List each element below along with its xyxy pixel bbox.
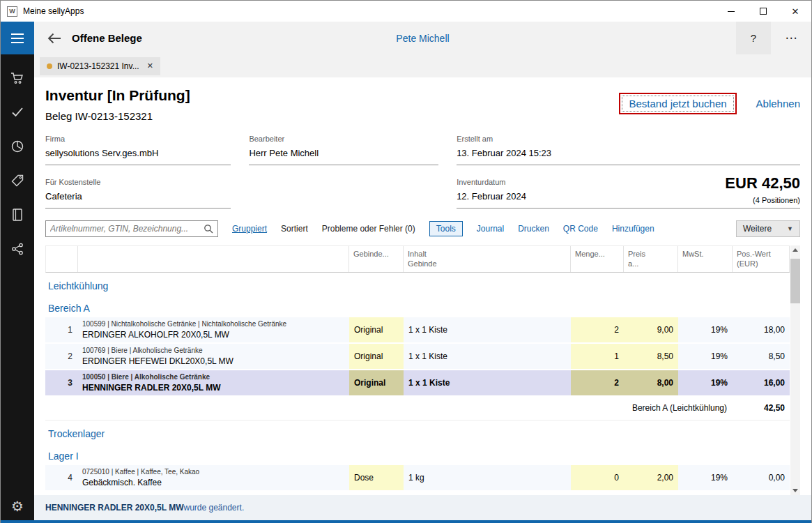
maximize-button[interactable] <box>747 1 779 22</box>
col-header-wert[interactable]: Pos.-Wert (EUR) <box>733 246 790 272</box>
col-header-empty <box>46 246 78 272</box>
col-header-gebinde[interactable]: Gebinde... <box>349 246 404 272</box>
print-link[interactable]: Drucken <box>518 224 549 234</box>
cell-mwst: 19% <box>678 465 733 490</box>
col-header-mwst[interactable]: MwSt. <box>678 246 733 272</box>
cell-menge[interactable]: 0 <box>571 465 624 490</box>
journal-link[interactable]: Journal <box>477 224 504 234</box>
gear-icon: ⚙ <box>11 499 24 513</box>
search-input[interactable] <box>46 224 204 234</box>
book-icon <box>11 208 24 222</box>
sidebar-item-cart[interactable] <box>8 70 26 86</box>
table-row-selected[interactable]: 3 100050 | Biere | Alkoholische Getränke… <box>45 370 790 397</box>
tools-button[interactable]: Tools <box>429 221 463 236</box>
field-value: Cafeteria <box>45 191 231 202</box>
cell-inhalt: 1 x 1 Kiste <box>404 370 571 395</box>
help-icon: ? <box>751 32 756 44</box>
minimize-button[interactable] <box>715 1 747 22</box>
status-article-name: HENNINGER RADLER 20X0,5L MW <box>45 503 183 513</box>
cell-menge[interactable]: 1 <box>571 344 624 369</box>
article-cell: 100599 | Nichtalkoholische Getränke | Ni… <box>77 317 349 342</box>
tabbar: IW-0213-152321 Inv... ✕ <box>34 54 811 77</box>
article-cell: 100050 | Biere | Alkoholische Getränke H… <box>77 370 349 395</box>
sidebar-item-prices[interactable] <box>8 172 26 189</box>
sidebar-item-statistics[interactable] <box>8 138 26 155</box>
tag-icon <box>10 174 24 188</box>
article-meta: 100599 | Nichtalkoholische Getränke | Ni… <box>82 320 286 328</box>
row-number: 3 <box>45 370 77 395</box>
book-stock-button[interactable]: Bestand jetzt buchen <box>619 93 736 114</box>
group-header-zone[interactable]: Trockenlager <box>45 420 790 443</box>
problems-filter[interactable]: Probleme oder Fehler (0) <box>322 224 415 234</box>
scrollbar-thumb[interactable] <box>790 259 800 303</box>
col-header-preis[interactable]: Preis a... <box>624 246 678 272</box>
article-name: ERDINGER ALKOHOLFR 20X0,5L MW <box>82 330 229 340</box>
add-link[interactable]: Hinzufügen <box>612 224 654 234</box>
cell-preis[interactable]: 9,00 <box>624 317 678 342</box>
table-scrollbar[interactable] <box>790 245 800 495</box>
current-user[interactable]: Pete Michell <box>396 33 449 44</box>
more-actions-dropdown[interactable]: Weitere ▼ <box>736 220 800 237</box>
col-header-inhalt[interactable]: Inhalt Gebinde <box>404 246 571 272</box>
document-title: Inventur [In Prüfung] <box>45 87 190 104</box>
article-name: HENNINGER RADLER 20X0,5L MW <box>82 383 220 393</box>
qr-code-link[interactable]: QR Code <box>563 224 598 234</box>
search-box <box>45 220 218 237</box>
cell-gebinde[interactable]: Dose <box>349 465 404 490</box>
document-number: Beleg IW-0213-152321 <box>45 110 190 122</box>
help-button[interactable]: ? <box>736 22 771 54</box>
field-kostenstelle: Für Kostenstelle Cafeteria <box>45 178 231 209</box>
table-row[interactable]: 1 100599 | Nichtalkoholische Getränke | … <box>45 317 790 344</box>
more-actions-label: Weitere <box>743 224 772 234</box>
article-meta: 100050 | Biere | Alkoholische Getränke <box>82 373 210 381</box>
tab-inventur[interactable]: IW-0213-152321 Inv... ✕ <box>40 57 160 75</box>
cell-wert: 18,00 <box>733 317 790 342</box>
row-number: 1 <box>45 317 77 342</box>
reject-button[interactable]: Ablehnen <box>756 98 800 109</box>
table-toolbar: Gruppiert Sortiert Probleme oder Fehler … <box>45 220 800 237</box>
cell-preis[interactable]: 8,00 <box>624 370 678 395</box>
search-icon[interactable] <box>204 224 213 234</box>
settings-button[interactable]: ⚙ <box>8 498 26 515</box>
cell-wert: 8,50 <box>733 344 790 369</box>
group-header-area[interactable]: Lager I <box>45 443 790 465</box>
document-total: EUR 42,50 (4 Positionen) <box>725 174 800 204</box>
cell-preis[interactable]: 2,00 <box>624 465 678 490</box>
sorted-toggle[interactable]: Sortiert <box>281 224 308 234</box>
article-name: Gebäckmisch. Kaffee <box>82 478 162 487</box>
group-header-area[interactable]: Bereich A <box>45 295 790 317</box>
scroll-down-icon[interactable] <box>792 489 798 492</box>
grouped-toggle[interactable]: Gruppiert <box>232 224 267 234</box>
page-title: Offene Belege <box>72 32 142 44</box>
col-header-menge[interactable]: Menge... <box>571 246 624 272</box>
article-cell: 100769 | Biere | Alkoholische Getränke E… <box>77 344 349 369</box>
table-row[interactable]: 2 100769 | Biere | Alkoholische Getränke… <box>45 344 790 370</box>
cell-menge[interactable]: 2 <box>571 317 624 342</box>
field-firma: Firma sellysolutions Serv.ges.mbH <box>45 135 231 165</box>
close-button[interactable]: ✕ <box>779 1 811 22</box>
row-number: 4 <box>45 465 77 490</box>
sidebar-item-share[interactable] <box>8 241 26 257</box>
cell-preis[interactable]: 8,50 <box>624 344 678 369</box>
scroll-up-icon[interactable] <box>792 248 798 252</box>
field-value: sellysolutions Serv.ges.mbH <box>45 148 231 158</box>
sidebar-item-tasks[interactable] <box>8 104 26 121</box>
sidebar-item-journal[interactable] <box>8 206 26 223</box>
cell-gebinde[interactable]: Original <box>349 344 404 369</box>
maximize-icon <box>760 8 767 15</box>
cell-mwst: 19% <box>678 317 733 342</box>
tab-close-icon[interactable]: ✕ <box>147 61 153 70</box>
titlebar: W Meine sellyApps ✕ <box>1 1 811 22</box>
app-window: W Meine sellyApps ✕ <box>0 0 812 523</box>
cell-gebinde[interactable]: Original <box>349 370 404 395</box>
back-button[interactable] <box>43 26 66 50</box>
cell-gebinde[interactable]: Original <box>349 317 404 342</box>
total-amount: EUR 42,50 <box>725 174 800 192</box>
document-content: Inventur [In Prüfung] Beleg IW-0213-1523… <box>34 77 811 495</box>
cell-menge[interactable]: 2 <box>571 370 624 395</box>
table-row[interactable]: 4 0725010 | Kaffee | Kaffee, Tee, Kakao … <box>45 465 790 492</box>
menu-button[interactable] <box>1 22 34 54</box>
check-icon <box>10 106 24 119</box>
more-options-button[interactable]: ⋯ <box>771 22 811 54</box>
group-header-zone[interactable]: Leichtkühlung <box>45 273 790 295</box>
